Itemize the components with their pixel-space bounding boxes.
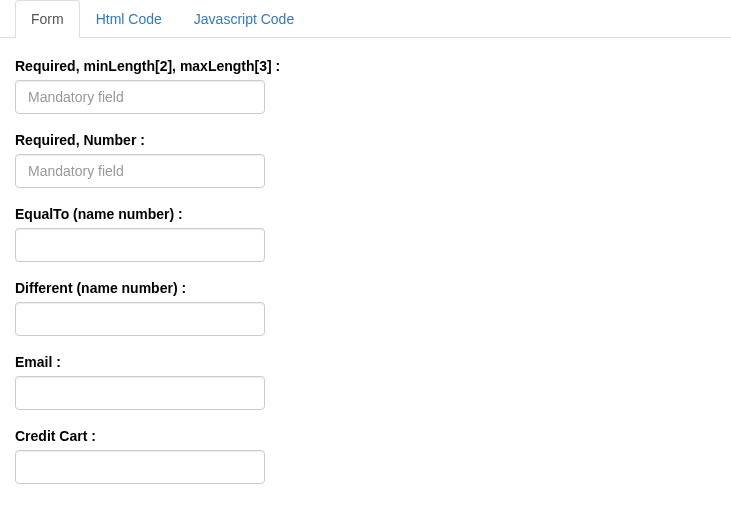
label-email: Email : — [15, 354, 716, 370]
input-required-length[interactable] — [15, 80, 265, 114]
label-required-number: Required, Number : — [15, 132, 716, 148]
input-required-number[interactable] — [15, 154, 265, 188]
label-different: Different (name number) : — [15, 280, 716, 296]
label-required-length: Required, minLength[2], maxLength[3] : — [15, 58, 716, 74]
tab-list: Form Html Code Javascript Code — [0, 0, 731, 38]
field-group-different: Different (name number) : — [15, 280, 716, 336]
input-different[interactable] — [15, 302, 265, 336]
field-group-required-length: Required, minLength[2], maxLength[3] : — [15, 58, 716, 114]
form-panel: Required, minLength[2], maxLength[3] : R… — [0, 38, 731, 509]
tab-javascript-code[interactable]: Javascript Code — [178, 0, 310, 38]
label-creditcard: Credit Cart : — [15, 428, 716, 444]
input-email[interactable] — [15, 376, 265, 410]
field-group-creditcard: Credit Cart : — [15, 428, 716, 484]
input-creditcard[interactable] — [15, 450, 265, 484]
field-group-email: Email : — [15, 354, 716, 410]
label-equalto: EqualTo (name number) : — [15, 206, 716, 222]
field-group-equalto: EqualTo (name number) : — [15, 206, 716, 262]
tab-html-code[interactable]: Html Code — [80, 0, 178, 38]
tab-form[interactable]: Form — [15, 0, 80, 38]
field-group-required-number: Required, Number : — [15, 132, 716, 188]
input-equalto[interactable] — [15, 228, 265, 262]
